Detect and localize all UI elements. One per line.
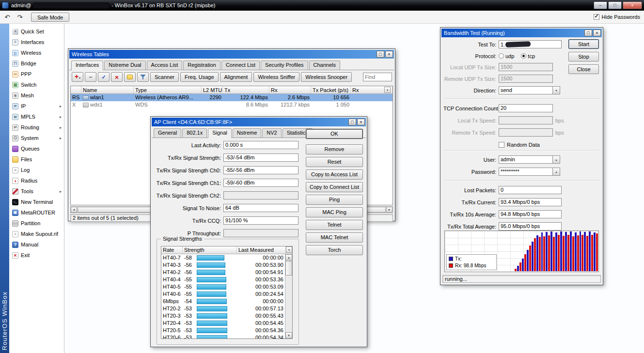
tab-channels[interactable]: Channels	[309, 61, 340, 70]
sidebar-item-quick-set[interactable]: Quick Set	[9, 26, 64, 37]
telnet-button[interactable]: Telnet	[306, 220, 363, 230]
sidebar-item-switch[interactable]: Switch	[9, 79, 64, 90]
filter-button[interactable]	[137, 72, 149, 82]
signal-row[interactable]: 6Mbps-5400:00:00	[161, 298, 292, 305]
ccq-input[interactable]: 91/100 %	[223, 216, 298, 225]
undo-icon[interactable]: ↶	[2, 12, 13, 22]
signal-row[interactable]: HT40-7-5800:00:00	[161, 254, 292, 261]
radio-tcp[interactable]	[521, 53, 526, 59]
copy-to-connect-list-button[interactable]: Copy to Connect List	[306, 182, 363, 192]
sidebar-item-files[interactable]: Files	[9, 154, 64, 165]
close-button[interactable]: Close	[568, 64, 599, 74]
tab-signal[interactable]: Signal	[208, 128, 232, 138]
freq-usage-button[interactable]: Freq. Usage	[180, 72, 219, 82]
tab-registration[interactable]: Registration	[183, 61, 220, 70]
column-strength[interactable]: Strength	[183, 246, 237, 254]
signal-row[interactable]: HT40-3-5600:00:53.90	[161, 261, 292, 269]
sidebar-item-interfaces[interactable]: Interfaces	[9, 37, 64, 47]
sidebar-item-ppp[interactable]: PPP	[9, 69, 64, 79]
tab-nv2[interactable]: NV2	[262, 128, 281, 138]
column-type[interactable]: Type	[134, 86, 202, 93]
signal-row[interactable]: HT20-4-5300:00:54.45	[161, 320, 292, 327]
arrow-up-icon[interactable]: ▴	[553, 168, 560, 176]
signal-row[interactable]: HT40-6-5500:00:24.54	[161, 291, 292, 298]
scrollbar-thumb[interactable]	[285, 261, 292, 276]
password-input[interactable]: *********	[499, 168, 553, 176]
close-button[interactable]: ×	[623, 1, 642, 9]
sidebar-item-manual[interactable]: Manual	[9, 239, 64, 250]
remove-button[interactable]	[85, 72, 96, 82]
column-tx-packet[interactable]: Tx Packet (p/s)	[311, 86, 351, 93]
signal-row[interactable]: HT40-2-5600:00:54.91	[161, 269, 292, 276]
signal-row[interactable]: HT20-6-5300:00:54.34	[161, 334, 292, 339]
ping-button[interactable]: Ping	[306, 195, 363, 205]
sidebar-item-system[interactable]: System	[9, 133, 64, 143]
comment-button[interactable]	[124, 72, 136, 82]
close-button[interactable]: ×	[385, 51, 393, 58]
protocol-tcp-option[interactable]: tcp	[521, 53, 535, 59]
maximize-button[interactable]: □	[377, 51, 384, 58]
tab-security-profiles[interactable]: Security Profiles	[261, 61, 308, 70]
tab-nstreme-dual[interactable]: Nstreme Dual	[104, 61, 145, 70]
radio-udp[interactable]	[499, 53, 504, 59]
column-tx[interactable]: Tx	[223, 86, 269, 93]
user-input[interactable]: admin	[499, 155, 553, 164]
sidebar-item-ip[interactable]: IP	[9, 101, 64, 111]
tab-8021x[interactable]: 802.1x	[182, 128, 207, 138]
arrow-up-icon[interactable]: ▴	[553, 155, 560, 164]
column-flag[interactable]	[71, 86, 81, 93]
close-button[interactable]: ×	[593, 30, 601, 36]
tab-access-list[interactable]: Access List	[147, 61, 183, 70]
sidebar-item-mpls[interactable]: MPLS	[9, 111, 64, 122]
sidebar-item-queues[interactable]: Queues	[9, 143, 64, 154]
vertical-scrollbar[interactable]: ▴ ▾	[285, 254, 292, 338]
column-l2mtu[interactable]: L2 MTU	[202, 86, 223, 93]
tcp-connection-count-input[interactable]: 20	[499, 104, 553, 112]
signal-row[interactable]: HT20-3-5300:00:55.43	[161, 312, 292, 320]
reset-button[interactable]: Reset	[306, 157, 363, 167]
mac-ping-button[interactable]: MAC Ping	[306, 207, 363, 217]
signal-row[interactable]: HT40-5-5500:00:53.09	[161, 283, 292, 291]
sidebar-item-mesh[interactable]: Mesh	[9, 90, 64, 101]
redo-icon[interactable]: ↷	[15, 12, 25, 22]
column-rate[interactable]: Rate	[161, 246, 183, 254]
enable-button[interactable]	[98, 72, 110, 82]
tab-interfaces[interactable]: Interfaces	[71, 61, 103, 70]
torch-button[interactable]: Torch	[306, 245, 363, 255]
scroll-up-icon[interactable]: ▴	[285, 254, 292, 261]
scanner-button[interactable]: Scanner	[150, 72, 179, 82]
signal-row[interactable]: HT20-5-5300:00:54.36	[161, 327, 292, 334]
tab-connect-list[interactable]: Connect List	[221, 61, 260, 70]
start-button[interactable]: Start	[568, 39, 599, 49]
sidebar-item-bridge[interactable]: Bridge	[9, 58, 64, 69]
sidebar-item-wireless[interactable]: Wireless	[9, 47, 64, 58]
signal-to-noise-input[interactable]: 64 dB	[223, 204, 298, 212]
copy-to-access-list-button[interactable]: Copy to Access List	[306, 169, 363, 180]
scroll-down-icon[interactable]: ▾	[285, 332, 292, 338]
bandwidth-test-titlebar[interactable]: Bandwidth Test (Running) □ ×	[441, 29, 602, 37]
column-dropdown-icon[interactable]	[286, 246, 292, 253]
wireless-sniffer-button[interactable]: Wireless Sniffer	[253, 72, 299, 82]
sidebar-item-routing[interactable]: Routing	[9, 122, 64, 133]
remove-button[interactable]: Remove	[306, 144, 363, 154]
sidebar-item-radius[interactable]: Radius	[9, 175, 64, 186]
dropdown-icon[interactable]: ▾	[553, 86, 560, 94]
column-last-measured[interactable]: Last Measured	[237, 246, 286, 254]
close-button[interactable]: ×	[357, 119, 365, 125]
random-data-checkbox[interactable]	[499, 142, 504, 148]
signal-ch0-input[interactable]: -55/-56 dBm	[223, 166, 298, 174]
add-button[interactable]	[72, 72, 83, 82]
last-activity-input[interactable]: 0.000 s	[223, 141, 298, 149]
ok-button[interactable]: OK	[306, 129, 363, 139]
signal-row[interactable]: HT40-4-5500:00:53.36	[161, 276, 292, 283]
ap-client-titlebar[interactable]: AP Client <D4:CA:6D:CB:9F:8F> □ ×	[152, 118, 366, 126]
sidebar-item-partition[interactable]: Partition	[9, 218, 64, 229]
direction-select[interactable]: send	[499, 86, 553, 94]
tab-general[interactable]: General	[154, 128, 181, 138]
disable-button[interactable]	[111, 72, 123, 82]
scroll-right-icon[interactable]: ▸	[386, 207, 393, 213]
sidebar-item-metarouter[interactable]: MetaROUTER	[9, 207, 64, 218]
sidebar-item-tools[interactable]: Tools	[9, 186, 64, 197]
stop-button[interactable]: Stop	[568, 52, 599, 61]
column-rx-packet[interactable]: Rx	[351, 86, 393, 93]
